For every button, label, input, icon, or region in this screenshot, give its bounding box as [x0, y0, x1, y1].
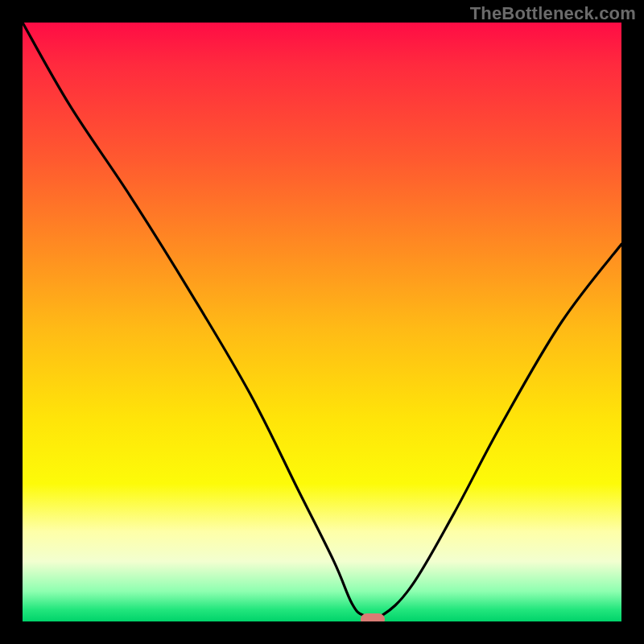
optimal-point-marker [361, 613, 385, 621]
attribution-text: TheBottleneck.com [470, 3, 636, 24]
plot-area [23, 23, 621, 621]
chart-frame: TheBottleneck.com [0, 0, 644, 644]
bottleneck-curve [23, 23, 621, 621]
